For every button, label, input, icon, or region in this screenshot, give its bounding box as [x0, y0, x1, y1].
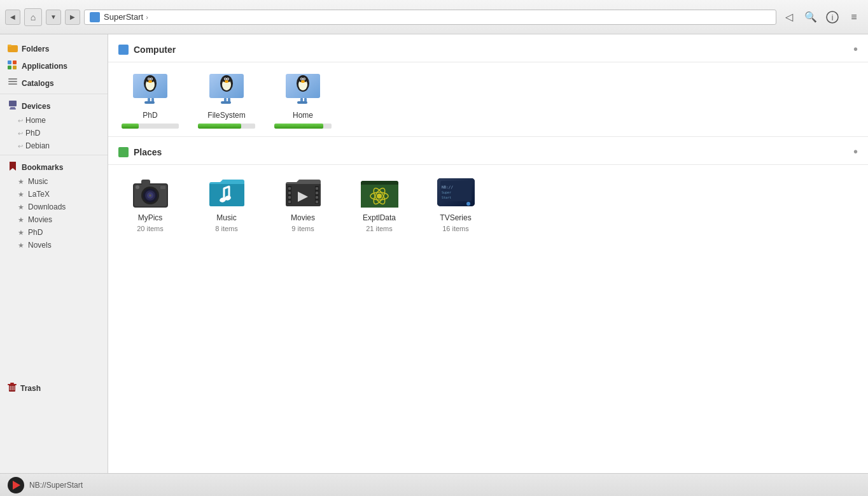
svg-rect-9: [8, 78, 17, 80]
statusbar: NB://SuperStart: [0, 473, 868, 496]
path-bar[interactable]: SuperStart ›: [84, 10, 776, 25]
folder-section-icon: [8, 43, 18, 54]
exptldata-icon: [357, 173, 402, 211]
tvseries-label: TVSeries: [440, 213, 471, 222]
sidebar-folders[interactable]: Folders: [0, 39, 108, 57]
play-triangle-icon: [13, 481, 20, 490]
svg-marker-15: [10, 162, 16, 171]
star-icon-music: ★: [18, 178, 24, 186]
drive-home[interactable]: Home: [271, 70, 335, 129]
home-progress-fill: [274, 124, 323, 129]
svg-point-29: [148, 78, 150, 80]
sidebar-item-phd-bm[interactable]: ★ PhD: [0, 226, 108, 239]
mypics-count: 20 items: [137, 225, 164, 232]
info-button[interactable]: i: [823, 8, 841, 26]
places-items-grid: MyPics 20 items Mu: [108, 165, 868, 240]
computer-section-menu[interactable]: •: [853, 42, 858, 57]
hamburger-menu-button[interactable]: ≡: [845, 8, 863, 26]
svg-rect-86: [361, 181, 398, 185]
phd-progress-bar: [122, 124, 179, 129]
music-place-icon: [204, 173, 249, 211]
place-exptldata[interactable]: ExptlData 21 items: [347, 173, 411, 232]
home-progress-bar: [274, 124, 332, 129]
sidebar-item-novels[interactable]: ★ Novels: [0, 239, 108, 252]
tvseries-count: 16 items: [442, 225, 469, 232]
sidebar-item-phd[interactable]: ↩ PhD: [0, 127, 108, 139]
svg-rect-81: [316, 196, 318, 199]
sidebar-item-movies[interactable]: ★ Movies: [0, 213, 108, 226]
back-history-button[interactable]: ◁: [780, 8, 798, 26]
star-icon-phd-bm: ★: [18, 229, 24, 237]
places-title-text: Places: [134, 147, 162, 157]
svg-point-30: [151, 78, 152, 80]
home-button[interactable]: ⌂: [24, 8, 42, 26]
music-place-count: 8 items: [215, 225, 237, 232]
home-drive-icon: [281, 70, 325, 108]
music-item-label: Music: [28, 177, 48, 186]
place-movies[interactable]: Movies 9 items: [271, 173, 335, 232]
svg-text:Start: Start: [442, 195, 451, 199]
trash-label: Trash: [20, 384, 41, 393]
sidebar-item-downloads[interactable]: ★ Downloads: [0, 201, 108, 213]
drive-filesystem[interactable]: FileSystem: [195, 70, 258, 129]
phd-drive-icon: [128, 70, 172, 108]
sidebar-applications[interactable]: Applications: [0, 57, 108, 74]
svg-rect-34: [144, 101, 155, 104]
back-button[interactable]: ◀: [5, 10, 20, 25]
star-icon-downloads: ★: [18, 203, 24, 211]
sidebar-item-home[interactable]: ↩ Home: [0, 114, 108, 127]
sidebar: Folders Applications: [0, 34, 108, 473]
phd-bm-item-label: PhD: [28, 228, 43, 237]
movies-item-label: Movies: [28, 215, 52, 224]
sidebar-devices[interactable]: Devices: [0, 97, 108, 114]
debian-item-label: Debian: [25, 141, 50, 150]
drive-phd[interactable]: PhD: [118, 70, 182, 129]
svg-text:Super: Super: [442, 190, 451, 195]
applications-section-icon: [8, 60, 18, 71]
places-section-header: Places •: [108, 136, 868, 165]
main-container: Folders Applications: [0, 34, 868, 473]
menu-down-button[interactable]: ▼: [46, 10, 61, 25]
exptldata-label: ExptlData: [363, 213, 396, 222]
music-place-label: Music: [216, 213, 236, 222]
svg-point-97: [466, 202, 470, 206]
arrow-icon-phd: ↩: [18, 130, 23, 137]
catalogs-label: Catalogs: [22, 79, 54, 88]
search-button[interactable]: 🔍: [802, 8, 820, 26]
svg-rect-77: [288, 196, 291, 199]
phd-item-label: PhD: [25, 129, 40, 138]
path-icon: [90, 12, 100, 22]
trash-section-icon: [8, 383, 17, 393]
bookmarks-label: Bookmarks: [22, 163, 63, 172]
place-tvseries[interactable]: NB:// Super Start TVSeries 16 items: [424, 173, 487, 232]
places-section-title: Places: [118, 147, 162, 157]
sidebar-catalogs[interactable]: Catalogs: [0, 74, 108, 91]
svg-rect-6: [13, 60, 17, 64]
svg-rect-80: [316, 192, 318, 194]
movies-icon: [281, 173, 325, 211]
devices-label: Devices: [22, 102, 50, 111]
svg-rect-13: [10, 107, 15, 108]
bookmarks-section-icon: [8, 162, 18, 173]
sidebar-item-debian[interactable]: ↩ Debian: [0, 139, 108, 152]
svg-rect-69: [160, 186, 165, 189]
svg-rect-4: [8, 45, 11, 46]
forward-button[interactable]: ▶: [65, 10, 80, 25]
sidebar-bookmarks[interactable]: Bookmarks: [0, 158, 108, 175]
filesystem-drive-icon: [204, 70, 249, 108]
devices-section-icon: [8, 101, 18, 111]
statusbar-path: NB://SuperStart: [29, 481, 83, 490]
place-music[interactable]: Music 8 items: [195, 173, 258, 232]
places-section-menu[interactable]: •: [853, 145, 858, 159]
sidebar-trash[interactable]: Trash: [0, 379, 108, 396]
sidebar-item-music[interactable]: ★ Music: [0, 175, 108, 188]
phd-drive-label: PhD: [143, 111, 157, 120]
sidebar-item-latex[interactable]: ★ LaTeX: [0, 188, 108, 201]
svg-rect-18: [10, 383, 14, 384]
filesystem-drive-label: FileSystem: [207, 111, 245, 120]
svg-point-42: [225, 78, 226, 80]
filesystem-progress-bar: [198, 124, 255, 129]
home-drive-label: Home: [293, 111, 313, 120]
place-mypics[interactable]: MyPics 20 items: [118, 173, 182, 232]
movies-count: 9 items: [291, 225, 314, 232]
